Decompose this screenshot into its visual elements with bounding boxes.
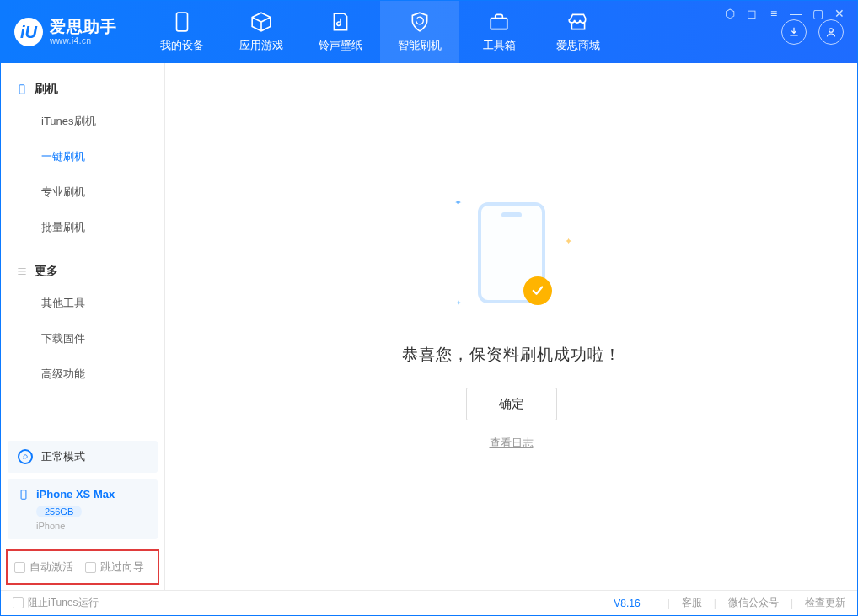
- version-label: V8.16: [614, 597, 640, 609]
- sidebar-item-itunes-flash[interactable]: iTunes刷机: [1, 104, 164, 139]
- menu-icon[interactable]: ≡: [767, 7, 780, 20]
- auto-activate-checkbox[interactable]: 自动激活: [14, 560, 73, 575]
- prevent-itunes-checkbox[interactable]: 阻止iTunes运行: [13, 596, 99, 610]
- music-file-icon: [330, 11, 351, 33]
- success-check-icon: [523, 276, 552, 305]
- nav-tab-apps-games[interactable]: 应用游戏: [222, 1, 301, 63]
- sidebar-group-flash: 刷机: [1, 75, 164, 104]
- nav-tab-toolbox[interactable]: 工具箱: [459, 1, 539, 63]
- sidebar-item-advanced[interactable]: 高级功能: [1, 356, 164, 392]
- view-log-link[interactable]: 查看日志: [490, 436, 534, 451]
- device-name: iPhone XS Max: [36, 488, 115, 501]
- tshirt-icon[interactable]: ⬡: [723, 7, 737, 20]
- user-icon: [824, 25, 838, 39]
- sidebar-item-download-firmware[interactable]: 下载固件: [1, 321, 164, 356]
- sidebar-item-pro-flash[interactable]: 专业刷机: [1, 174, 164, 210]
- svg-rect-0: [177, 13, 188, 31]
- logo-icon: iU: [14, 18, 43, 46]
- check-update-link[interactable]: 检查更新: [805, 596, 845, 610]
- svg-rect-4: [21, 490, 26, 499]
- highlighted-options: 自动激活 跳过向导: [6, 549, 159, 585]
- sidebar-group-more: 更多: [1, 257, 164, 286]
- nav-tab-smart-flash[interactable]: 智能刷机: [380, 1, 459, 63]
- sidebar-item-one-click-flash[interactable]: 一键刷机: [1, 139, 164, 174]
- device-icon: [16, 83, 28, 95]
- checkbox-icon: [14, 562, 25, 573]
- device-storage-badge: 256GB: [36, 506, 82, 517]
- sidebar-item-batch-flash[interactable]: 批量刷机: [1, 210, 164, 245]
- maximize-button[interactable]: ▢: [811, 7, 824, 20]
- store-icon: [567, 11, 589, 33]
- device-phone-icon: [18, 489, 29, 501]
- device-info-box[interactable]: iPhone XS Max 256GB iPhone: [8, 479, 158, 539]
- footer: 阻止iTunes运行 V8.16 | 客服 | 微信公众号 | 检查更新: [1, 590, 857, 615]
- nav-tabs: 我的设备 应用游戏 铃声壁纸 智能刷机 工具箱 爱思商城: [142, 1, 618, 63]
- list-icon: [16, 265, 28, 277]
- main-content: ✦ ✦ ✦ 恭喜您，保资料刷机成功啦！ 确定 查看日志: [165, 63, 857, 590]
- sidebar: 刷机 iTunes刷机 一键刷机 专业刷机 批量刷机 更多 其他工具 下载固件 …: [1, 63, 165, 590]
- notifications-icon[interactable]: ◻: [745, 7, 759, 20]
- phone-icon: [171, 11, 193, 33]
- sidebar-item-other-tools[interactable]: 其他工具: [1, 286, 164, 321]
- device-mode-label: 正常模式: [41, 449, 85, 464]
- download-icon: [787, 25, 801, 39]
- download-manager-button[interactable]: [781, 19, 807, 45]
- ok-button[interactable]: 确定: [466, 388, 557, 420]
- device-type: iPhone: [36, 521, 147, 531]
- app-logo: iU 爱思助手 www.i4.cn: [14, 18, 117, 46]
- svg-rect-3: [19, 85, 24, 94]
- support-link[interactable]: 客服: [682, 596, 702, 610]
- device-mode-box[interactable]: 正常模式: [8, 441, 158, 473]
- app-title: 爱思助手: [50, 19, 117, 36]
- skip-guide-checkbox[interactable]: 跳过向导: [85, 560, 144, 575]
- cube-icon: [250, 11, 272, 33]
- svg-point-2: [829, 29, 834, 33]
- toolbox-icon: [488, 11, 510, 33]
- success-illustration: ✦ ✦ ✦: [478, 202, 545, 303]
- success-message: 恭喜您，保资料刷机成功啦！: [402, 344, 621, 366]
- nav-tab-ringtones[interactable]: 铃声壁纸: [301, 1, 380, 63]
- close-button[interactable]: ✕: [833, 7, 846, 20]
- nav-tab-my-device[interactable]: 我的设备: [142, 1, 222, 63]
- svg-rect-1: [491, 19, 507, 29]
- shield-refresh-icon: [409, 11, 431, 33]
- minimize-button[interactable]: —: [789, 7, 802, 20]
- wechat-link[interactable]: 微信公众号: [728, 596, 779, 610]
- checkbox-icon: [85, 562, 96, 573]
- app-subtitle: www.i4.cn: [50, 36, 117, 46]
- nav-tab-store[interactable]: 爱思商城: [539, 1, 618, 63]
- mode-icon: [18, 449, 33, 464]
- checkbox-icon: [13, 597, 24, 608]
- account-button[interactable]: [818, 19, 844, 45]
